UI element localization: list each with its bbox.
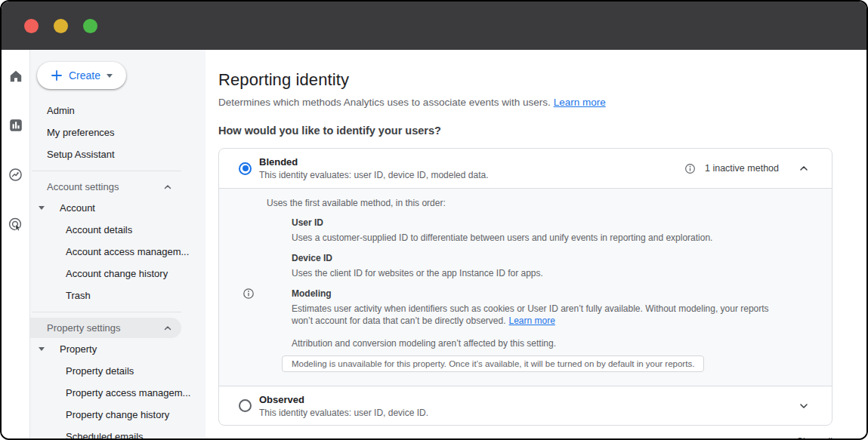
triangle-down-icon [39,206,45,210]
identity-options-card: Blended This identity evaluates: user ID… [218,148,832,426]
tree-item-label: Account [60,202,95,214]
sidebar-item-label: Property details [66,365,134,377]
sidebar-item-label: Account access managem... [66,246,189,257]
sidebar-item-label: Account details [66,224,132,235]
observed-option-title: Observed [259,394,428,405]
tree-item-account[interactable]: Account [30,197,205,219]
close-window-button[interactable] [24,19,39,33]
footer-actions: Save Cancel [218,436,832,438]
identity-question: How would you like to identify your user… [218,125,832,137]
sidebar-item-label: Trash [66,290,91,301]
inactive-method-label: 1 inactive method [705,163,779,174]
sidebar-item-label: My preferences [47,127,115,138]
home-icon[interactable] [9,69,23,83]
zoom-window-button[interactable] [83,19,97,33]
chevron-up-icon [163,324,172,333]
page-description-text: Determines which methods Analytics uses … [218,97,551,108]
show-all-link[interactable]: Show all [797,436,832,438]
app-body: Create Admin My preferences Setup Assist… [2,50,866,438]
observed-option-text: Observed This identity evaluates: user I… [259,394,428,418]
section-header-label: Account settings [47,181,119,192]
nav-rail [2,50,30,438]
divider [32,312,181,312]
observed-expand-chevron[interactable] [798,401,809,411]
section-header-label: Property settings [47,322,121,334]
sidebar-item-account-details[interactable]: Account details [30,219,205,241]
method-modeling: Modeling Estimates user activity when id… [292,288,783,327]
section-header-property-settings[interactable]: Property settings [30,318,181,338]
divider [32,171,181,171]
sidebar-item-admin[interactable]: Admin [30,100,205,122]
attribution-note: Attribution and conversion modeling aren… [292,338,783,349]
tree-item-property[interactable]: Property [30,338,205,360]
learn-more-link[interactable]: Learn more [554,97,606,108]
sidebar-item-label: Account change history [66,268,168,279]
app-window: Create Admin My preferences Setup Assist… [2,2,866,438]
sidebar-item-account-access-management[interactable]: Account access managem... [30,241,205,263]
sidebar-item-label: Setup Assistant [47,149,115,160]
reports-icon[interactable] [9,118,23,132]
sidebar-item-scheduled-emails[interactable]: Scheduled emails [30,426,205,438]
plus-icon [51,69,63,82]
explore-icon[interactable] [8,168,23,182]
tree-item-label: Property [60,343,97,355]
learn-more-link[interactable]: Learn more [509,315,555,326]
method-order-intro: Uses the first available method, in this… [267,198,783,208]
method-name: Modeling [292,288,783,300]
method-name: User ID [292,217,783,229]
blended-option-row: Blended This identity evaluates: user ID… [219,149,832,188]
observed-radio[interactable] [239,399,252,412]
minimize-window-button[interactable] [54,19,68,33]
info-icon[interactable] [242,288,255,303]
method-description: Uses a customer-supplied ID to different… [292,232,783,244]
chevron-up-icon [798,163,809,174]
sidebar-item-label: Property access managem... [66,387,190,398]
blended-option-subtitle: This identity evaluates: user ID, device… [259,170,489,180]
method-description: Estimates user activity when identifiers… [292,303,783,327]
admin-sidebar: Create Admin My preferences Setup Assist… [30,50,205,438]
sidebar-item-my-preferences[interactable]: My preferences [30,122,205,143]
sidebar-item-label: Admin [47,105,75,116]
modeling-unavailable-alert: Modeling is unavailable for this propert… [282,355,704,372]
sidebar-item-property-access-management[interactable]: Property access managem... [30,382,205,404]
section-header-account-settings[interactable]: Account settings [30,177,181,197]
sidebar-item-property-details[interactable]: Property details [30,360,205,382]
method-user-id: User ID Uses a customer-supplied ID to d… [292,217,783,244]
triangle-down-icon [39,347,45,351]
sidebar-item-label: Scheduled emails [66,431,144,438]
method-name: Device ID [292,253,783,264]
blended-expanded-panel: Uses the first available method, in this… [219,188,832,386]
sidebar-item-trash[interactable]: Trash [30,285,205,306]
page-title: Reporting identity [218,70,832,90]
inactive-method-badge: 1 inactive method [684,163,779,174]
method-description: Uses the client ID for websites or the a… [292,267,783,279]
sidebar-item-label: Property change history [66,409,169,420]
sidebar-nav: Admin My preferences Setup Assistant Acc… [30,100,205,438]
info-icon[interactable] [684,163,696,174]
page-footer: Show all Save Cancel [218,436,832,438]
page-description: Determines which methods Analytics uses … [218,97,832,108]
create-button-label: Create [69,69,100,82]
observed-option-subtitle: This identity evaluates: user ID, device… [259,408,428,418]
window-frame: Create Admin My preferences Setup Assist… [0,0,868,440]
sidebar-item-account-change-history[interactable]: Account change history [30,263,205,285]
chevron-down-icon [798,401,809,411]
main-content: Reporting identity Determines which meth… [205,50,866,438]
window-titlebar [2,2,866,50]
blended-collapse-chevron[interactable] [798,163,809,174]
sidebar-item-property-change-history[interactable]: Property change history [30,404,205,426]
advertising-icon[interactable] [8,217,23,232]
method-device-id: Device ID Uses the client ID for website… [292,253,783,279]
create-button[interactable]: Create [37,62,126,89]
observed-option-row: Observed This identity evaluates: user I… [219,386,832,425]
blended-radio[interactable] [239,162,252,175]
chevron-down-icon [107,74,113,78]
sidebar-item-setup-assistant[interactable]: Setup Assistant [30,143,205,165]
blended-option-text: Blended This identity evaluates: user ID… [259,156,489,180]
blended-option-title: Blended [259,156,489,168]
chevron-up-icon [163,183,172,192]
